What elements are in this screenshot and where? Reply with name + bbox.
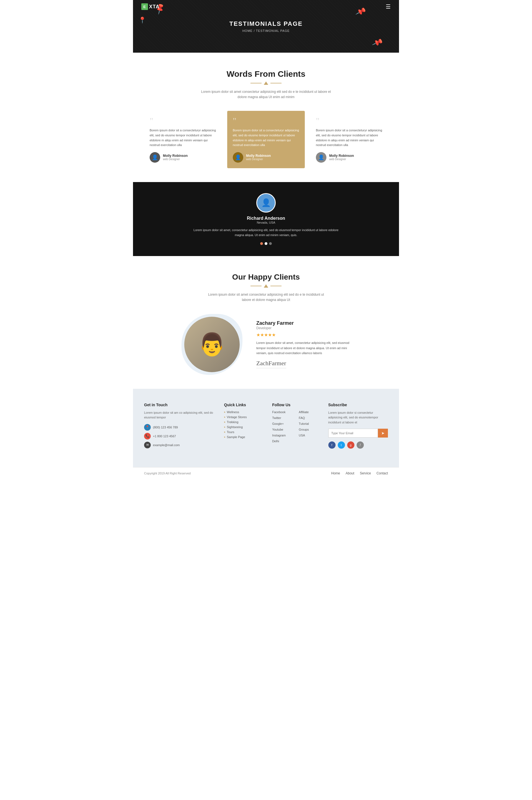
- logo-icon: E: [141, 3, 148, 10]
- happy-description: Lorem ipsum dolor sit amet consectetur a…: [208, 292, 324, 303]
- author-photo-2: 👤: [233, 152, 243, 163]
- footer-phone1: (800) 123 456 789: [153, 426, 178, 429]
- dot-1[interactable]: [260, 242, 263, 245]
- author-name-2: Molly Robinson: [246, 154, 271, 158]
- client-role: Developer: [256, 326, 350, 330]
- testimonial-text-1: Borem ipsum dolor sit a consecteturyr ad…: [150, 128, 216, 148]
- follow-youtube[interactable]: Youtube: [272, 428, 293, 431]
- footer-nav-about[interactable]: About: [345, 471, 354, 475]
- footer-link-vintage[interactable]: Vintage Stores: [224, 415, 264, 419]
- footer-grid: Get in Touch Lorem ipsum dolor sit am co…: [144, 403, 388, 451]
- client-image-wrapper: 👨: [182, 314, 243, 375]
- footer-col-follow: Follow Us Facebook Affiliate Twitter FAQ…: [272, 403, 320, 451]
- divider-line-left: [250, 83, 262, 83]
- footer-follow-heading: Follow Us: [272, 403, 320, 407]
- author-role-1: web Designer: [163, 158, 188, 161]
- pin-yellow-icon: 📍: [138, 17, 146, 24]
- footer-contact-desc: Lorem ipsum dolor sit am co adipisicing …: [144, 411, 216, 420]
- divider-triangle: [264, 81, 268, 85]
- breadcrumb: HOME / TESTIMONIAL PAGE: [229, 29, 303, 33]
- author-avatar-2: 👤: [233, 152, 243, 163]
- footer-nav-home[interactable]: Home: [331, 471, 340, 475]
- footer-link-sightseeing[interactable]: Sightseeing: [224, 425, 264, 429]
- follow-instagram[interactable]: Instagram: [272, 434, 293, 437]
- subscribe-button[interactable]: ➤: [378, 429, 388, 438]
- dark-avatar-photo: 👤: [257, 194, 275, 212]
- client-signature: ZachFarmer: [256, 360, 286, 368]
- hero-content: TESTIMONIALS PAGE HOME / TESTIMONIAL PAG…: [229, 20, 303, 33]
- hamburger-menu-button[interactable]: ☰: [386, 3, 391, 10]
- author-name-3: Molly Robinson: [329, 154, 354, 158]
- footer-link-tours[interactable]: Tours: [224, 430, 264, 434]
- footer-subscribe-heading: Subscribe: [328, 403, 388, 407]
- follow-twitter[interactable]: Twitter: [272, 416, 293, 420]
- social-icons: f t g ⤴: [328, 441, 388, 449]
- follow-groups[interactable]: Groups: [299, 428, 320, 431]
- facebook-social-icon[interactable]: f: [328, 441, 336, 449]
- testimonial-card-2: " Borem ipsum dolor sit a consecteturyr …: [227, 111, 305, 168]
- follow-faq[interactable]: FAQ: [299, 416, 320, 420]
- author-avatar-1: 👤: [150, 152, 160, 163]
- happy-heading: Our Happy Clients: [144, 273, 388, 282]
- footer-col-links: Quick Links Wellness Vintage Stores Trek…: [224, 403, 264, 451]
- googleplus-social-icon[interactable]: g: [347, 441, 355, 449]
- footer-email-item: ✉ example@mail.com: [144, 442, 216, 449]
- footer-link-trekking[interactable]: Trekking: [224, 420, 264, 424]
- author-role-3: web Designer: [329, 158, 354, 161]
- client-photo: 👨: [184, 317, 240, 372]
- subscribe-form: ➤: [328, 429, 388, 438]
- client-info: Zachary Farmer Developer ★★★★★ Lorem ips…: [256, 320, 350, 368]
- footer-address-item: 📍 (800) 123 456 789: [144, 424, 216, 431]
- share-social-icon[interactable]: ⤴: [357, 441, 364, 449]
- logo: E XTA: [141, 3, 159, 10]
- dark-testimonial-name: Richard Anderson: [188, 216, 344, 221]
- pin-red-bottomright-icon: 📌: [371, 37, 383, 49]
- dark-testimonial-location: Nevada, USA: [188, 221, 344, 224]
- footer-nav-contact[interactable]: Contact: [377, 471, 388, 475]
- follow-tutorial[interactable]: Tutorial: [299, 422, 320, 425]
- dot-3[interactable]: [269, 242, 272, 245]
- dark-testimonial-content: 👤 Richard Anderson Nevada, USA Lorem ips…: [183, 182, 349, 256]
- testimonial-author-3: 👤 Molly Robinson web Designer: [316, 152, 382, 163]
- happy-divider-line-left: [250, 286, 262, 286]
- footer-contact-heading: Get in Touch: [144, 403, 216, 407]
- author-photo-3: 👤: [316, 152, 326, 163]
- email-icon: ✉: [144, 442, 151, 449]
- happy-divider-line-right: [270, 286, 282, 286]
- divider-line-right: [270, 83, 282, 83]
- follow-facebook[interactable]: Facebook: [272, 411, 293, 414]
- dot-2[interactable]: [265, 242, 267, 245]
- dark-testimonial-text: Lorem ipsum dolor sit amet, consectetur …: [188, 228, 344, 238]
- footer-link-sample[interactable]: Sample Page: [224, 435, 264, 439]
- dark-avatar: 👤: [256, 193, 276, 212]
- footer-col-contact: Get in Touch Lorem ipsum dolor sit am co…: [144, 403, 216, 451]
- follow-affiliate[interactable]: Affiliate: [299, 411, 320, 414]
- follow-delhi[interactable]: Delhi: [272, 439, 293, 443]
- quote-icon-2: ": [233, 116, 299, 125]
- dark-testimonial-section: 👤 Richard Anderson Nevada, USA Lorem ips…: [133, 182, 399, 256]
- footer-nav-service[interactable]: Service: [360, 471, 371, 475]
- hero-section: 📌 📍 📌 📌 E XTA ☰ TESTIMONIALS PAGE HOME /…: [133, 0, 399, 53]
- breadcrumb-home[interactable]: HOME: [243, 29, 253, 33]
- testimonials-grid: " Borem ipsum dolor sit a consecteturyr …: [144, 111, 388, 168]
- follow-googleplus[interactable]: Google+: [272, 422, 293, 425]
- footer-email: example@mail.com: [153, 443, 180, 447]
- copyright-text: Copyright 2019 All Right Reserved: [144, 472, 191, 475]
- author-role-2: web Designer: [246, 158, 271, 161]
- section-divider: [144, 81, 388, 85]
- footer-link-wellness[interactable]: Wellness: [224, 411, 264, 414]
- follow-grid: Facebook Affiliate Twitter FAQ Google+ T…: [272, 411, 320, 444]
- testimonial-dots: [188, 242, 344, 245]
- client-photo-inner: 👨: [184, 317, 240, 372]
- footer: Get in Touch Lorem ipsum dolor sit am co…: [133, 389, 399, 467]
- footer-links-list: Wellness Vintage Stores Trekking Sightse…: [224, 411, 264, 439]
- quote-icon-1: ": [150, 116, 216, 125]
- logo-text: XTA: [149, 4, 159, 10]
- client-name: Zachary Farmer: [256, 320, 350, 326]
- footer-bar: Copyright 2019 All Right Reserved Home A…: [133, 467, 399, 479]
- twitter-social-icon[interactable]: t: [338, 441, 345, 449]
- subscribe-email-input[interactable]: [328, 429, 378, 438]
- author-info-3: Molly Robinson web Designer: [329, 154, 354, 161]
- footer-nav: Home About Service Contact: [331, 471, 388, 475]
- follow-usa[interactable]: USA: [299, 434, 320, 437]
